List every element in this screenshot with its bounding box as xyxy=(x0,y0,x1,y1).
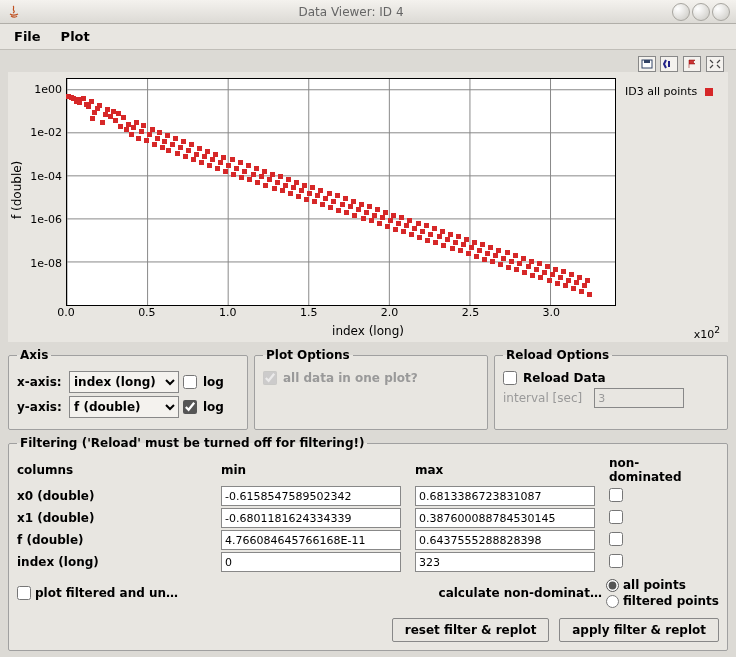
data-point xyxy=(424,223,429,228)
reload-checkbox[interactable] xyxy=(503,371,517,385)
data-point xyxy=(359,202,364,207)
data-point xyxy=(131,125,136,130)
maximize-button[interactable] xyxy=(692,3,710,21)
y-log-checkbox[interactable] xyxy=(183,400,197,414)
data-point xyxy=(534,267,539,272)
data-point xyxy=(448,232,453,237)
data-point xyxy=(561,269,566,274)
filter-nd-checkbox[interactable] xyxy=(609,488,623,502)
data-point xyxy=(488,245,493,250)
data-point xyxy=(335,193,340,198)
data-point xyxy=(291,185,296,190)
expand-icon[interactable] xyxy=(706,56,724,72)
data-point xyxy=(550,272,555,277)
flag-icon[interactable] xyxy=(683,56,701,72)
filter-min-input[interactable] xyxy=(221,530,401,550)
data-point xyxy=(517,261,522,266)
y-axis-ticks: 1e001e-021e-041e-061e-08 xyxy=(26,78,66,306)
data-point xyxy=(129,132,134,137)
y-axis-select[interactable]: f (double) xyxy=(69,396,179,418)
data-point xyxy=(574,280,579,285)
x-axis-label: index (long) xyxy=(8,324,728,338)
apply-filter-button[interactable]: apply filter & replot xyxy=(559,618,719,642)
all-data-label: all data in one plot? xyxy=(283,371,418,385)
data-point xyxy=(312,199,317,204)
y-log-label[interactable]: log xyxy=(203,400,224,414)
filter-max-input[interactable] xyxy=(415,530,595,550)
data-point xyxy=(181,139,186,144)
close-button[interactable] xyxy=(712,3,730,21)
data-point xyxy=(97,103,102,108)
data-point xyxy=(318,188,323,193)
x-axis-select[interactable]: index (long) xyxy=(69,371,179,393)
filter-max-input[interactable] xyxy=(415,552,595,572)
x-log-label[interactable]: log xyxy=(203,375,224,389)
data-point xyxy=(566,278,571,283)
x-log-checkbox[interactable] xyxy=(183,375,197,389)
data-point xyxy=(197,146,202,151)
data-point xyxy=(356,207,361,212)
data-point xyxy=(242,169,247,174)
plot-filtered-label[interactable]: plot filtered and un… xyxy=(35,586,178,600)
data-point xyxy=(267,177,272,182)
data-point xyxy=(522,270,527,275)
data-point xyxy=(485,251,490,256)
data-point xyxy=(412,226,417,231)
data-point xyxy=(205,149,210,154)
data-point xyxy=(458,248,463,253)
data-point xyxy=(432,226,437,231)
filter-nd-checkbox[interactable] xyxy=(609,510,623,524)
filter-max-input[interactable] xyxy=(415,486,595,506)
data-point xyxy=(407,218,412,223)
y-tick-label: 1e-02 xyxy=(30,126,62,139)
filter-max-input[interactable] xyxy=(415,508,595,528)
data-point xyxy=(263,183,268,188)
filter-nd-checkbox[interactable] xyxy=(609,554,623,568)
scatter-plot[interactable]: ID3 all points xyxy=(66,78,616,306)
data-point xyxy=(186,148,191,153)
data-point xyxy=(246,163,251,168)
data-point xyxy=(299,188,304,193)
reset-filter-button[interactable]: reset filter & replot xyxy=(392,618,550,642)
svg-rect-1 xyxy=(644,60,650,63)
plot-options-title: Plot Options xyxy=(263,348,353,362)
data-point xyxy=(428,232,433,237)
data-point xyxy=(441,243,446,248)
save-icon[interactable] xyxy=(638,56,656,72)
data-point xyxy=(340,202,345,207)
filter-min-input[interactable] xyxy=(221,486,401,506)
data-point xyxy=(320,202,325,207)
reset-zoom-icon[interactable] xyxy=(660,56,678,72)
data-point xyxy=(529,259,534,264)
data-point xyxy=(121,115,126,120)
filter-min-input[interactable] xyxy=(221,508,401,528)
data-point xyxy=(420,229,425,234)
x-tick-label: 0.5 xyxy=(138,306,156,319)
data-point xyxy=(294,180,299,185)
minimize-button[interactable] xyxy=(672,3,690,21)
menu-file[interactable]: File xyxy=(4,27,51,46)
data-point xyxy=(262,169,267,174)
data-point xyxy=(272,186,277,191)
data-point xyxy=(440,229,445,234)
axis-panel-title: Axis xyxy=(17,348,51,362)
radio-filtered-points[interactable] xyxy=(606,595,619,608)
data-point xyxy=(509,259,514,264)
data-point xyxy=(577,275,582,280)
data-point xyxy=(278,174,283,179)
data-point xyxy=(90,116,95,121)
reload-label[interactable]: Reload Data xyxy=(523,371,606,385)
data-point xyxy=(226,163,231,168)
menu-plot[interactable]: Plot xyxy=(51,27,100,46)
plot-filtered-checkbox[interactable] xyxy=(17,586,31,600)
radio-all-points[interactable] xyxy=(606,579,619,592)
filter-min-input[interactable] xyxy=(221,552,401,572)
calc-nd-label: calculate non-dominat… xyxy=(439,586,602,600)
data-point xyxy=(254,166,259,171)
y-tick-label: 1e-08 xyxy=(30,256,62,269)
data-point xyxy=(393,227,398,232)
filter-nd-checkbox[interactable] xyxy=(609,532,623,546)
data-point xyxy=(307,191,312,196)
data-point xyxy=(100,120,105,125)
svg-rect-2 xyxy=(668,61,670,67)
